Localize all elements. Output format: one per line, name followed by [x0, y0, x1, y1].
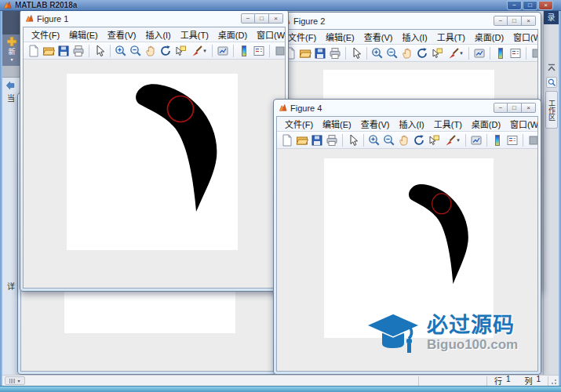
- figure1-menubar: 文件(F)编辑(E)查看(V)插入(I)工具(T)桌面(D)窗口(W)帮助(H)…: [24, 27, 285, 42]
- insert-legend-icon[interactable]: [505, 133, 519, 147]
- close-button[interactable]: ×: [522, 103, 536, 113]
- pan-icon[interactable]: [400, 46, 414, 60]
- minimize-button[interactable]: −: [494, 103, 508, 113]
- close-button[interactable]: ×: [269, 13, 283, 24]
- insert-legend-icon[interactable]: [508, 46, 523, 60]
- edit-plot-icon[interactable]: [349, 46, 363, 60]
- menu-item[interactable]: 插入(I): [140, 28, 175, 41]
- open-file-icon[interactable]: [42, 44, 56, 58]
- print-figure-icon[interactable]: [71, 44, 86, 58]
- new-script-button[interactable]: 新 ▾: [2, 34, 21, 66]
- toolbar-separator: [345, 47, 346, 60]
- zoom-out-icon[interactable]: [385, 46, 399, 60]
- insert-colorbar-icon[interactable]: [494, 46, 508, 60]
- figure4-titlebar[interactable]: Figure 4 − □ ×: [274, 100, 541, 116]
- link-plot-icon[interactable]: [472, 46, 486, 60]
- insert-colorbar-icon[interactable]: [237, 44, 251, 58]
- menu-item[interactable]: 查看(V): [356, 118, 395, 130]
- workspace-tab[interactable]: 工作区: [545, 91, 558, 129]
- hide-plot-tools-icon[interactable]: [273, 44, 286, 58]
- data-cursor-icon[interactable]: [427, 133, 441, 147]
- link-plot-icon[interactable]: [216, 44, 230, 58]
- minimize-button[interactable]: −: [507, 1, 522, 10]
- print-figure-icon[interactable]: [325, 133, 339, 147]
- data-cursor-icon[interactable]: [173, 44, 188, 58]
- zoom-out-icon[interactable]: [382, 133, 396, 147]
- maximize-button[interactable]: □: [508, 103, 522, 113]
- figure1-content: [24, 60, 285, 288]
- close-button[interactable]: ×: [522, 16, 536, 26]
- data-cursor-icon[interactable]: [430, 46, 444, 60]
- insert-legend-icon[interactable]: [252, 44, 266, 58]
- back-arrow-icon[interactable]: [5, 81, 16, 90]
- edit-plot-icon[interactable]: [93, 44, 107, 58]
- menu-item[interactable]: 桌面(D): [467, 118, 505, 130]
- brush-data-icon[interactable]: ▾: [442, 133, 462, 147]
- menu-item[interactable]: 窗口(W): [252, 28, 286, 41]
- collapse-ribbon-icon[interactable]: [546, 63, 557, 73]
- edit-plot-icon[interactable]: [346, 133, 360, 147]
- save-figure-icon[interactable]: [56, 44, 71, 58]
- toolbar-separator: [212, 45, 213, 57]
- menu-item[interactable]: 桌面(D): [470, 31, 508, 43]
- maximize-button[interactable]: □: [508, 16, 522, 26]
- figure1-titlebar[interactable]: Figure 1 − □ ×: [20, 10, 288, 27]
- menu-item[interactable]: 工具(T): [432, 31, 470, 43]
- menu-item[interactable]: 窗口(W): [505, 118, 538, 130]
- toolbar-separator: [468, 47, 469, 60]
- menu-item[interactable]: 编辑(E): [64, 28, 103, 41]
- hide-plot-tools-icon[interactable]: [526, 133, 538, 147]
- figure-window-1[interactable]: Figure 1 − □ × 文件(F)编辑(E)查看(V)插入(I)工具(T)…: [20, 9, 289, 292]
- new-figure-icon[interactable]: [27, 44, 41, 58]
- menu-item[interactable]: 文件(F): [27, 28, 64, 41]
- menu-item[interactable]: 工具(T): [429, 118, 467, 130]
- statusbar-grip-button[interactable]: ▾: [5, 376, 25, 385]
- resize-grip[interactable]: [548, 376, 558, 386]
- crescent-shape-with-red-circle: [133, 83, 218, 212]
- brush-data-icon[interactable]: ▾: [445, 46, 465, 60]
- menu-item[interactable]: 窗口(W): [508, 31, 538, 43]
- login-button[interactable]: 录: [544, 11, 559, 24]
- menu-item[interactable]: 查看(V): [103, 28, 141, 41]
- open-file-icon[interactable]: [295, 133, 309, 147]
- maximize-button[interactable]: □: [523, 1, 537, 10]
- figure2-titlebar[interactable]: Figure 2 − □ ×: [277, 13, 541, 29]
- menu-item[interactable]: 文件(F): [280, 118, 318, 130]
- zoom-in-icon[interactable]: [367, 133, 381, 147]
- close-button[interactable]: ×: [538, 1, 553, 10]
- brush-data-icon[interactable]: ▾: [188, 44, 209, 58]
- toolstrip-dark-segment: [2, 11, 21, 34]
- menu-item[interactable]: 插入(I): [397, 31, 432, 43]
- toolstrip-divider: [2, 66, 21, 78]
- menu-item[interactable]: 查看(V): [359, 31, 398, 43]
- figure1-image-area: [67, 74, 238, 250]
- pan-icon[interactable]: [397, 133, 411, 147]
- save-figure-icon[interactable]: [313, 46, 327, 60]
- minimize-button[interactable]: −: [494, 16, 508, 26]
- zoom-out-icon[interactable]: [129, 44, 143, 58]
- save-figure-icon[interactable]: [310, 133, 324, 147]
- zoom-in-icon[interactable]: [370, 46, 384, 60]
- menu-item[interactable]: 插入(I): [394, 118, 428, 130]
- print-figure-icon[interactable]: [328, 46, 342, 60]
- menu-item[interactable]: 桌面(D): [213, 28, 252, 41]
- hide-plot-tools-icon[interactable]: [530, 46, 538, 60]
- insert-colorbar-icon[interactable]: [490, 133, 505, 147]
- menu-item[interactable]: 工具(T): [176, 28, 213, 41]
- maximize-button[interactable]: □: [255, 13, 269, 24]
- rotate-3d-icon[interactable]: [158, 44, 173, 58]
- search-button[interactable]: [546, 77, 557, 88]
- watermark-title: 必过源码: [427, 315, 518, 336]
- open-file-icon[interactable]: [298, 46, 312, 60]
- menu-item[interactable]: 文件(F): [283, 31, 321, 43]
- rotate-3d-icon[interactable]: [412, 133, 426, 147]
- toolbar-separator: [366, 47, 367, 60]
- menu-item[interactable]: 编辑(E): [318, 118, 356, 130]
- link-plot-icon[interactable]: [469, 133, 483, 147]
- menu-item[interactable]: 编辑(E): [321, 31, 359, 43]
- new-figure-icon[interactable]: [280, 133, 294, 147]
- minimize-button[interactable]: −: [241, 13, 255, 24]
- rotate-3d-icon[interactable]: [415, 46, 429, 60]
- pan-icon[interactable]: [144, 44, 158, 58]
- zoom-in-icon[interactable]: [114, 44, 128, 58]
